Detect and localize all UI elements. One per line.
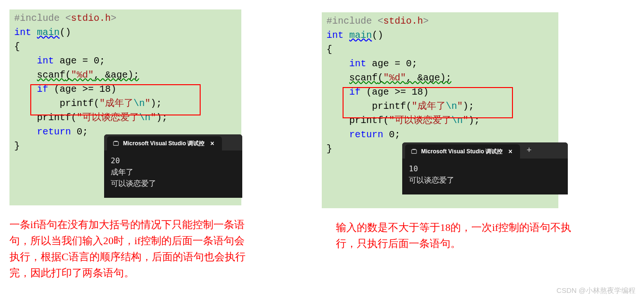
terminal-right: Microsoft Visual Studio 调试控 × + 10 可以谈恋爱… bbox=[402, 142, 568, 194]
terminal-output: 20 成年了 可以谈恋爱了 bbox=[104, 150, 242, 198]
terminal-tabbar: Microsoft Visual Studio 调试控 × + bbox=[402, 142, 568, 159]
annotation-left: 一条if语句在没有加大括号的情况下只能控制一条语句，所以当我们输入20时，if控… bbox=[9, 217, 251, 281]
close-icon[interactable]: × bbox=[208, 139, 216, 149]
right-panel: #include <stdio.h> int main() { int age … bbox=[322, 12, 577, 281]
terminal-title: Microsoft Visual Studio 调试控 bbox=[123, 139, 204, 148]
code-editor-right[interactable]: #include <stdio.h> int main() { int age … bbox=[322, 12, 558, 208]
vs-debug-icon bbox=[113, 140, 119, 147]
new-tab-button[interactable]: + bbox=[520, 142, 538, 159]
terminal-output: 10 可以谈恋爱了 bbox=[402, 159, 568, 194]
svg-rect-1 bbox=[115, 141, 118, 142]
svg-rect-3 bbox=[413, 149, 416, 150]
annotation-right: 输入的数是不大于等于18的，一次if控制的语句不执行，只执行后面一条语句。 bbox=[336, 220, 577, 252]
vs-debug-icon bbox=[411, 148, 417, 155]
watermark: CSDN @小林熬夜学编程 bbox=[556, 286, 635, 295]
close-icon[interactable]: × bbox=[506, 147, 514, 157]
code-editor-left[interactable]: #include <stdio.h> int main() { int age … bbox=[9, 9, 241, 205]
terminal-tab[interactable]: Microsoft Visual Studio 调试控 × bbox=[107, 136, 222, 150]
svg-rect-2 bbox=[412, 150, 417, 154]
terminal-left: Microsoft Visual Studio 调试控 × 20 成年了 可以谈… bbox=[104, 134, 242, 198]
preproc: #include bbox=[14, 13, 65, 24]
left-panel: #include <stdio.h> int main() { int age … bbox=[9, 9, 251, 281]
terminal-title: Microsoft Visual Studio 调试控 bbox=[421, 147, 503, 156]
terminal-tab[interactable]: Microsoft Visual Studio 调试控 × bbox=[405, 144, 520, 159]
svg-rect-0 bbox=[114, 142, 119, 146]
terminal-tabbar: Microsoft Visual Studio 调试控 × bbox=[104, 134, 242, 150]
